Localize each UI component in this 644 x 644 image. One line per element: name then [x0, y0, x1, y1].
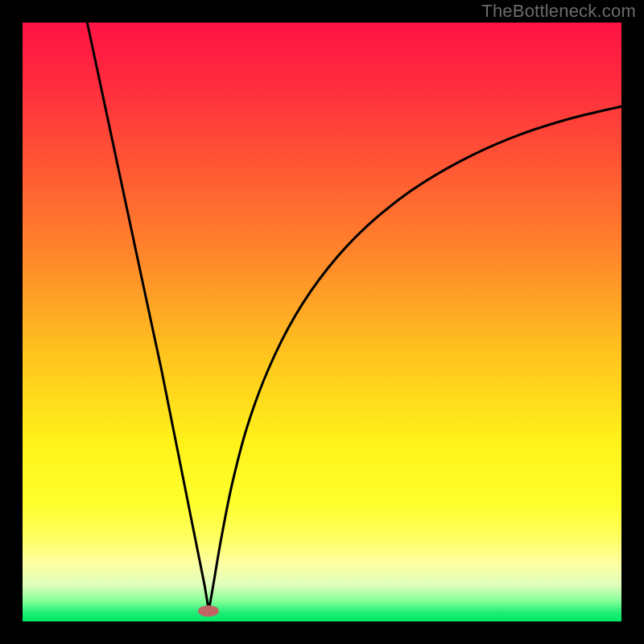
chart-frame: TheBottleneck.com	[0, 0, 644, 644]
plot-area	[23, 23, 621, 621]
bottleneck-curve-path	[87, 23, 621, 611]
curve-svg	[23, 23, 621, 621]
optimal-marker	[198, 605, 219, 617]
watermark-text: TheBottleneck.com	[481, 1, 636, 22]
